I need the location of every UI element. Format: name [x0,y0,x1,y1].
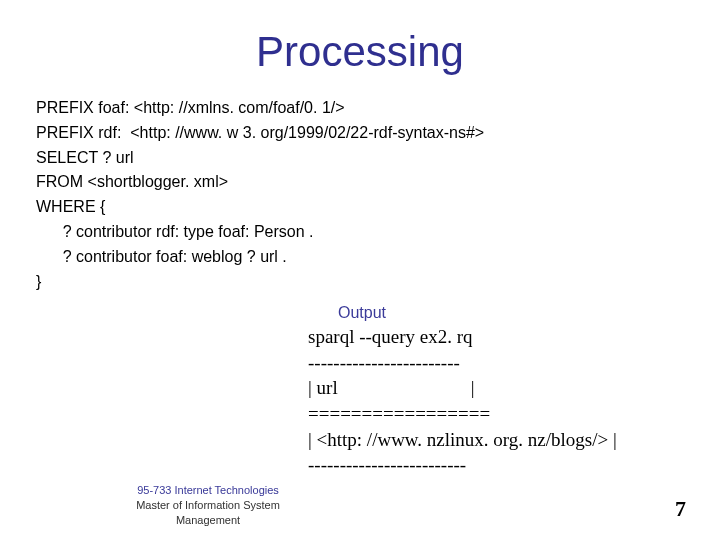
slide: Processing PREFIX foaf: <http: //xmlns. … [0,0,720,540]
sparql-query-block: PREFIX foaf: <http: //xmlns. com/foaf/0.… [0,96,720,294]
output-label: Output [338,304,386,322]
output-line: | url | [308,377,474,398]
query-line: PREFIX rdf: <http: //www. w 3. org/1999/… [36,124,484,141]
output-line: ------------------------ [308,352,460,373]
query-line: WHERE { [36,198,105,215]
output-block: sparql --query ex2. rq -----------------… [308,324,617,478]
footer-dept-line2: Management [98,513,318,528]
output-line: sparql --query ex2. rq [308,326,473,347]
footer-dept-line1: Master of Information System [98,498,318,513]
query-line: ? contributor foaf: weblog ? url . [36,248,287,265]
output-line: | <http: //www. nzlinux. org. nz/blogs/>… [308,429,617,450]
page-number: 7 [675,496,686,522]
query-line: PREFIX foaf: <http: //xmlns. com/foaf/0.… [36,99,345,116]
footer: 95-733 Internet Technologies Master of I… [98,483,318,528]
query-line: FROM <shortblogger. xml> [36,173,228,190]
query-line: } [36,273,41,290]
footer-course: 95-733 Internet Technologies [98,483,318,498]
output-line: ================= [308,403,490,424]
query-line: ? contributor rdf: type foaf: Person . [36,223,313,240]
query-line: SELECT ? url [36,149,134,166]
slide-title: Processing [0,0,720,96]
output-line: ------------------------- [308,454,466,475]
